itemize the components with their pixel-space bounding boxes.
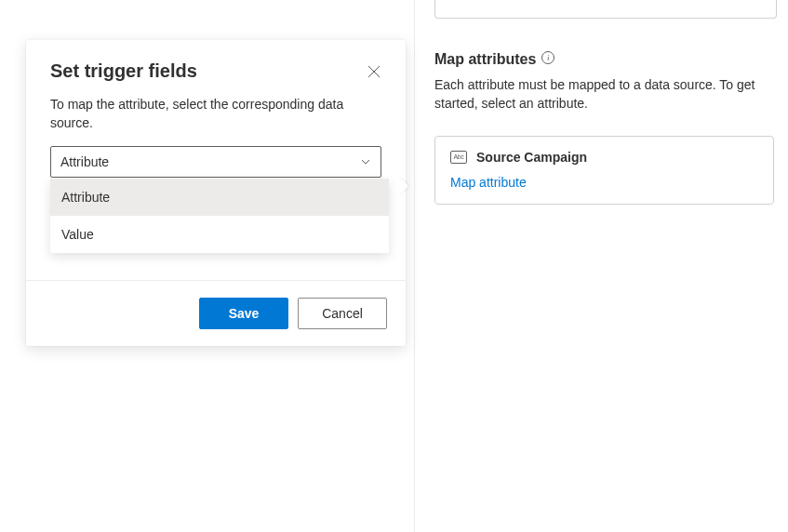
map-attributes-panel: Map attributes i Each attribute must be … <box>434 51 774 205</box>
dropdown-option-attribute[interactable]: Attribute <box>50 179 389 216</box>
save-button[interactable]: Save <box>199 298 288 329</box>
attribute-dropdown[interactable]: Attribute <box>50 146 381 178</box>
previous-card-edge <box>434 0 777 19</box>
attribute-card-source-campaign[interactable]: Abc Source Campaign Map attribute <box>434 136 774 205</box>
map-attribute-link[interactable]: Map attribute <box>450 175 527 190</box>
set-trigger-fields-dialog: Set trigger fields To map the attribute,… <box>26 40 406 346</box>
close-icon[interactable] <box>367 64 381 79</box>
dropdown-option-value[interactable]: Value <box>50 216 389 253</box>
info-icon[interactable]: i <box>541 51 554 64</box>
text-type-icon: Abc <box>450 151 467 164</box>
cancel-button[interactable]: Cancel <box>298 298 387 329</box>
map-attributes-description: Each attribute must be mapped to a data … <box>434 75 774 113</box>
dropdown-selected-text: Attribute <box>60 154 109 169</box>
callout-pointer <box>399 177 408 195</box>
map-attributes-title: Map attributes <box>434 51 536 68</box>
attribute-card-header: Abc Source Campaign <box>450 150 758 165</box>
dialog-footer: Save Cancel <box>26 280 406 346</box>
dialog-description: To map the attribute, select the corresp… <box>50 95 381 133</box>
attribute-card-title: Source Campaign <box>476 150 587 165</box>
dialog-header: Set trigger fields <box>50 60 381 82</box>
dropdown-list: Attribute Value <box>50 179 389 253</box>
map-attributes-header: Map attributes i <box>434 51 774 68</box>
chevron-down-icon <box>360 156 371 167</box>
vertical-divider <box>414 0 415 532</box>
dialog-title: Set trigger fields <box>50 60 197 82</box>
dropdown-wrapper: Attribute Attribute Value <box>50 146 381 178</box>
dialog-body: Set trigger fields To map the attribute,… <box>26 40 406 178</box>
